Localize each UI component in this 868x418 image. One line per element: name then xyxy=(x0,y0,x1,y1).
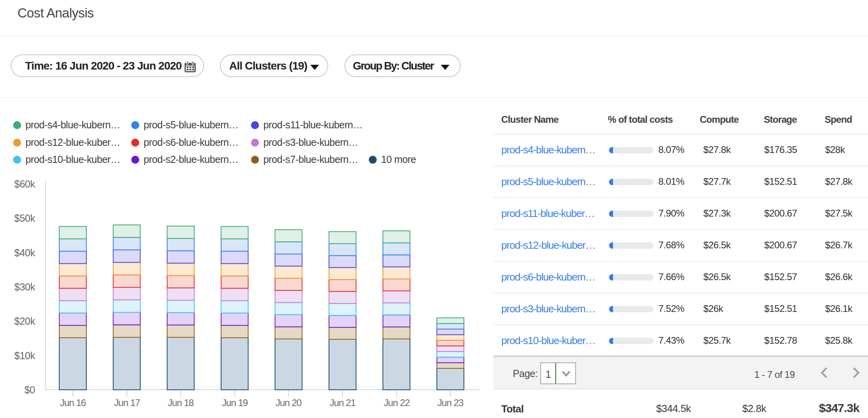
svg-text:Jun 21: Jun 21 xyxy=(330,397,356,408)
svg-text:Jun 19: Jun 19 xyxy=(222,397,248,408)
svg-text:$40k: $40k xyxy=(14,247,35,258)
svg-text:Jun 17: Jun 17 xyxy=(114,397,140,408)
svg-text:$30k: $30k xyxy=(14,281,35,292)
svg-text:$10k: $10k xyxy=(14,350,35,361)
svg-text:$0: $0 xyxy=(24,384,35,395)
svg-text:Jun 16: Jun 16 xyxy=(60,397,86,408)
svg-text:$50k: $50k xyxy=(14,213,35,224)
svg-text:Jun 20: Jun 20 xyxy=(276,397,302,408)
svg-text:$20k: $20k xyxy=(14,315,35,327)
svg-text:Jun 18: Jun 18 xyxy=(168,397,194,408)
svg-text:Jun 23: Jun 23 xyxy=(438,397,464,408)
svg-text:Jun 22: Jun 22 xyxy=(384,397,410,408)
svg-text:$60k: $60k xyxy=(14,178,35,190)
